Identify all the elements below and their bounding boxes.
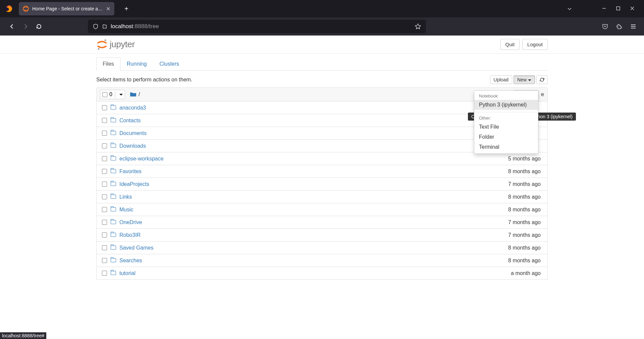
- file-name-link[interactable]: IdeaProjects: [119, 181, 149, 187]
- file-name-link[interactable]: OneDrive: [119, 219, 142, 225]
- file-name-link[interactable]: Links: [119, 194, 132, 200]
- tracking-shield-icon[interactable]: [93, 23, 99, 29]
- row-checkbox[interactable]: [102, 143, 107, 148]
- extensions-icon[interactable]: [616, 23, 623, 30]
- jupyter-favicon-icon: [23, 6, 29, 12]
- row-checkbox[interactable]: [102, 207, 107, 212]
- row-checkbox[interactable]: [102, 105, 107, 110]
- new-button[interactable]: New: [514, 75, 535, 84]
- file-name-link[interactable]: Robo3IR: [119, 232, 141, 238]
- tab-files[interactable]: Files: [96, 57, 120, 71]
- window-minimize-button[interactable]: [602, 6, 606, 11]
- jupyter-logo[interactable]: jupyter: [96, 40, 135, 50]
- file-name-link[interactable]: Documents: [119, 130, 147, 136]
- dropdown-section-notebook: Notebook:: [474, 92, 538, 100]
- folder-outline-icon: [111, 194, 117, 200]
- select-all-checkbox[interactable]: [102, 92, 107, 97]
- pocket-icon[interactable]: [602, 23, 608, 30]
- file-name-link[interactable]: Saved Games: [119, 245, 153, 251]
- file-row[interactable]: tutoriala month ago: [96, 267, 548, 280]
- file-row[interactable]: Favorites8 months ago: [96, 165, 548, 178]
- logout-button[interactable]: Logout: [522, 39, 548, 50]
- file-modified: 5 months ago: [508, 156, 544, 162]
- dropdown-divider: [474, 112, 538, 112]
- file-name-link[interactable]: Downloads: [119, 143, 146, 149]
- row-checkbox[interactable]: [102, 220, 107, 225]
- row-checkbox[interactable]: [102, 182, 107, 187]
- reload-button[interactable]: [32, 20, 46, 33]
- row-checkbox[interactable]: [102, 232, 107, 238]
- forward-button[interactable]: [19, 20, 32, 33]
- new-terminal-item[interactable]: Terminal: [474, 142, 538, 152]
- file-modified: 7 months ago: [508, 181, 544, 187]
- new-python3-item[interactable]: Python 3 (ipykernel): [474, 100, 538, 110]
- file-modified: 8 months ago: [508, 194, 544, 200]
- row-checkbox[interactable]: [102, 271, 107, 276]
- bookmark-star-icon[interactable]: [415, 23, 421, 30]
- file-modified: 8 months ago: [508, 168, 544, 175]
- breadcrumb-root[interactable]: /: [139, 91, 140, 97]
- file-modified: 8 months ago: [508, 258, 544, 264]
- row-checkbox[interactable]: [102, 118, 107, 123]
- folder-icon: [130, 92, 137, 97]
- file-name-link[interactable]: tutorial: [119, 270, 136, 276]
- site-info-icon[interactable]: [102, 24, 107, 29]
- breadcrumb[interactable]: /: [130, 91, 140, 97]
- folder-outline-icon: [111, 258, 117, 264]
- file-name-link[interactable]: Favorites: [119, 168, 142, 175]
- browser-tab-strip: Home Page - Select or create a… ✕ +: [0, 0, 644, 17]
- row-checkbox[interactable]: [102, 169, 107, 174]
- window-close-button[interactable]: [630, 6, 635, 11]
- browser-toolbar: localhost:8888/tree: [0, 17, 644, 36]
- file-row[interactable]: IdeaProjects7 months ago: [96, 178, 548, 191]
- file-row[interactable]: Links8 months ago: [96, 191, 548, 203]
- row-checkbox[interactable]: [102, 258, 107, 263]
- tab-running[interactable]: Running: [120, 57, 153, 71]
- file-name-link[interactable]: eclipse-workspace: [119, 156, 164, 162]
- file-name-link[interactable]: Searches: [119, 258, 142, 264]
- row-checkbox[interactable]: [102, 156, 107, 161]
- action-hint: Select items to perform actions on them.: [96, 77, 192, 83]
- file-row[interactable]: eclipse-workspace5 months ago: [96, 152, 548, 165]
- file-row[interactable]: Saved Games8 months ago: [96, 242, 548, 254]
- url-bar[interactable]: localhost:8888/tree: [88, 20, 426, 33]
- file-row[interactable]: Searches8 months ago: [96, 254, 548, 267]
- back-button[interactable]: [5, 20, 19, 33]
- file-name-link[interactable]: anaconda3: [119, 105, 146, 111]
- folder-outline-icon: [111, 168, 117, 175]
- file-row[interactable]: OneDrive7 months ago: [96, 216, 548, 229]
- new-text-file-item[interactable]: Text File: [474, 122, 538, 132]
- hamburger-menu-icon[interactable]: [630, 23, 637, 30]
- file-name-link[interactable]: Music: [119, 207, 133, 213]
- folder-outline-icon: [111, 270, 117, 276]
- dropdown-section-other: Other:: [474, 114, 538, 122]
- file-modified: 7 months ago: [508, 232, 544, 238]
- browser-status-bar: localhost:8888/tree#: [0, 332, 46, 339]
- logo-text: jupyter: [110, 39, 135, 50]
- row-checkbox[interactable]: [102, 245, 107, 250]
- overflow-text: e: [541, 91, 544, 97]
- quit-button[interactable]: Quit: [500, 39, 520, 50]
- refresh-button[interactable]: [536, 75, 548, 84]
- file-row[interactable]: Robo3IR7 months ago: [96, 229, 548, 242]
- browser-tab[interactable]: Home Page - Select or create a… ✕: [19, 2, 114, 15]
- upload-button[interactable]: Upload: [490, 75, 512, 84]
- new-tab-button[interactable]: +: [121, 3, 132, 15]
- file-modified: 8 months ago: [508, 207, 544, 213]
- window-maximize-button[interactable]: [616, 6, 621, 11]
- folder-outline-icon: [111, 219, 117, 225]
- select-all-control[interactable]: 0: [100, 90, 125, 99]
- folder-outline-icon: [111, 245, 117, 251]
- tab-clusters[interactable]: Clusters: [153, 57, 185, 71]
- folder-outline-icon: [111, 232, 117, 238]
- tab-dropdown-icon[interactable]: [567, 6, 572, 11]
- folder-outline-icon: [111, 143, 117, 149]
- tab-title: Home Page - Select or create a…: [32, 6, 103, 11]
- tab-close-button[interactable]: ✕: [103, 6, 110, 12]
- file-row[interactable]: Music8 months ago: [96, 203, 548, 216]
- file-name-link[interactable]: Contacts: [119, 118, 141, 124]
- row-checkbox[interactable]: [102, 131, 107, 136]
- folder-outline-icon: [111, 118, 117, 124]
- new-folder-item[interactable]: Folder: [474, 132, 538, 142]
- row-checkbox[interactable]: [102, 194, 107, 199]
